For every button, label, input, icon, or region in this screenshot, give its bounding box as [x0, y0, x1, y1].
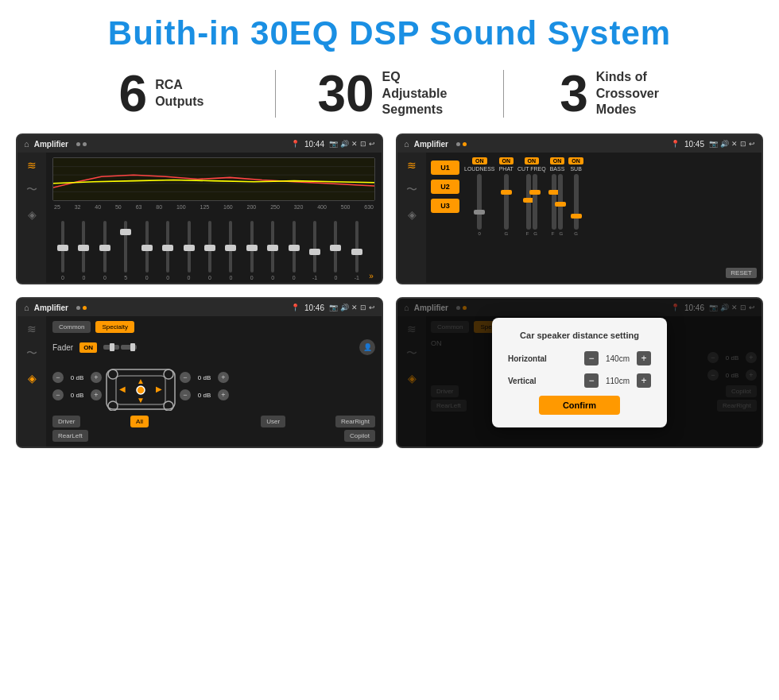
s2-back-icon[interactable]: ↩ [749, 140, 755, 148]
fader-v-thumb[interactable] [130, 343, 135, 351]
slider-thumb-10[interactable] [246, 245, 258, 251]
loudness-slider-1[interactable] [477, 174, 482, 230]
home-icon-2[interactable]: ⌂ [404, 139, 409, 149]
s3-spk-icon[interactable]: ◈ [28, 372, 37, 385]
all-btn[interactable]: All [130, 416, 149, 427]
slider-thumb-9[interactable] [225, 245, 236, 251]
slider-thumb-15[interactable] [351, 249, 362, 255]
rearleft-btn[interactable]: RearLeft [52, 430, 88, 442]
loudness-on[interactable]: ON [472, 157, 487, 164]
s2-dot1 [456, 142, 460, 146]
slider-thumb-8[interactable] [204, 245, 215, 251]
sub-slider[interactable] [574, 174, 579, 230]
cutfreq-slider-f[interactable] [526, 174, 531, 230]
slider-track-9[interactable] [229, 221, 232, 273]
fader-h-slider[interactable] [103, 345, 119, 350]
fr-minus[interactable]: − [180, 372, 191, 383]
wave-sidebar-icon[interactable]: 〜 [26, 183, 37, 197]
u3-preset[interactable]: U3 [431, 199, 459, 213]
s2-close-icon[interactable]: ✕ [731, 140, 738, 148]
slider-thumb-4[interactable] [120, 229, 131, 235]
s2-window-icon[interactable]: ⊡ [740, 140, 746, 148]
slider-track-1[interactable] [61, 221, 64, 273]
phat-thumb[interactable] [501, 190, 512, 195]
slider-thumb-7[interactable] [184, 245, 195, 251]
driver-btn[interactable]: Driver [52, 416, 80, 427]
s2-spk-icon[interactable]: ◈ [408, 208, 417, 221]
rr-plus[interactable]: + [218, 389, 229, 400]
user-btn[interactable]: User [261, 416, 285, 427]
slider-track-14[interactable] [334, 221, 337, 273]
sub-on[interactable]: ON [568, 157, 583, 164]
s2-wave-icon[interactable]: 〜 [406, 183, 417, 197]
screen2-reset-btn[interactable]: RESET [726, 268, 757, 278]
eq-more-arrow[interactable]: » [369, 272, 374, 280]
s3-close-icon[interactable]: ✕ [351, 304, 358, 311]
slider-track-8[interactable] [208, 221, 211, 273]
fader-profile-icon[interactable]: 👤 [359, 339, 375, 355]
home-icon-3[interactable]: ⌂ [24, 303, 29, 312]
home-icon[interactable]: ⌂ [24, 139, 29, 149]
eq-sidebar-icon[interactable]: ≋ [27, 159, 37, 172]
slider-thumb-6[interactable] [162, 245, 173, 251]
confirm-button[interactable]: Confirm [539, 396, 620, 415]
cutfreq-slider-g[interactable] [533, 174, 537, 230]
vertical-minus-btn[interactable]: − [584, 373, 599, 388]
specialty-tab[interactable]: Specialty [95, 321, 134, 333]
slider-thumb-14[interactable] [330, 245, 341, 251]
s2-eq-icon[interactable]: ≋ [407, 159, 417, 172]
bass-slider-g[interactable] [558, 174, 563, 230]
slider-track-7[interactable] [188, 221, 191, 273]
bass-on[interactable]: ON [550, 157, 565, 164]
rl-plus[interactable]: + [91, 389, 102, 400]
slider-track-4[interactable] [124, 221, 127, 273]
fr-plus[interactable]: + [218, 372, 229, 383]
slider-track-12[interactable] [293, 221, 296, 273]
horizontal-plus-btn[interactable]: + [637, 351, 651, 365]
loudness-thumb-1[interactable] [474, 210, 485, 215]
fader-v-slider[interactable] [121, 345, 137, 350]
fader-on-toggle[interactable]: ON [79, 342, 97, 353]
bass-thumb-g[interactable] [555, 202, 566, 207]
slider-track-13[interactable] [313, 221, 316, 273]
window-icon[interactable]: ⊡ [360, 140, 366, 148]
slider-thumb-1[interactable] [57, 245, 68, 251]
speaker-sidebar-icon[interactable]: ◈ [28, 208, 37, 221]
sub-thumb[interactable] [571, 214, 582, 219]
s3-wave-icon[interactable]: 〜 [26, 346, 37, 361]
s3-eq-icon[interactable]: ≋ [27, 323, 37, 335]
slider-track-6[interactable] [166, 221, 169, 273]
vertical-plus-btn[interactable]: + [637, 373, 651, 388]
slider-thumb-5[interactable] [141, 245, 153, 251]
slider-track-11[interactable] [271, 221, 274, 273]
u1-preset[interactable]: U1 [431, 160, 459, 175]
slider-track-15[interactable] [355, 221, 358, 273]
u2-preset[interactable]: U2 [431, 180, 459, 194]
horizontal-minus-btn[interactable]: − [584, 351, 599, 365]
fader-h-thumb[interactable] [110, 343, 114, 351]
s3-window-icon[interactable]: ⊡ [360, 304, 366, 311]
fl-plus[interactable]: + [91, 372, 102, 383]
s3-back-icon[interactable]: ↩ [369, 304, 375, 311]
phat-on[interactable]: ON [499, 157, 514, 164]
cutfreq-thumb-g[interactable] [529, 190, 541, 195]
slider-thumb-11[interactable] [267, 245, 278, 251]
rearright-btn[interactable]: RearRight [335, 416, 375, 427]
slider-track-3[interactable] [103, 221, 107, 273]
slider-thumb-12[interactable] [289, 245, 300, 251]
copilot-btn[interactable]: Copilot [344, 430, 375, 442]
fl-minus[interactable]: − [52, 372, 64, 383]
slider-track-10[interactable] [250, 221, 254, 273]
close-icon[interactable]: ✕ [351, 140, 358, 148]
rr-minus[interactable]: − [180, 389, 191, 400]
cutfreq-on[interactable]: ON [525, 157, 540, 164]
slider-thumb-2[interactable] [78, 245, 89, 251]
slider-track-5[interactable] [145, 221, 149, 273]
rl-minus[interactable]: − [52, 389, 64, 400]
phat-slider[interactable] [504, 174, 509, 230]
common-tab[interactable]: Common [52, 321, 91, 333]
slider-thumb-13[interactable] [309, 249, 320, 255]
slider-thumb-3[interactable] [99, 245, 110, 251]
slider-track-2[interactable] [82, 221, 85, 273]
back-icon[interactable]: ↩ [369, 140, 375, 148]
